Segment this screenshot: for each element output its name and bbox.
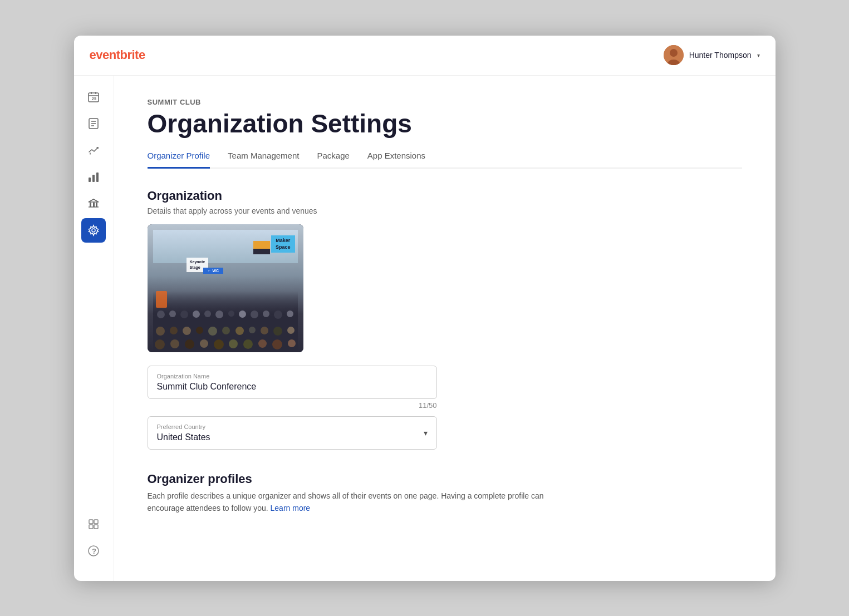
logo-text: eventbrite [90, 48, 145, 62]
logo: eventbrite [90, 48, 145, 62]
sidebar-item-help[interactable]: ? [81, 539, 106, 563]
char-count: 11/50 [148, 401, 437, 410]
tab-organizer-profile[interactable]: Organizer Profile [148, 151, 210, 169]
org-name-value: Summit Club Conference [157, 382, 257, 391]
svg-text:25: 25 [92, 97, 96, 101]
profiles-section: Organizer profiles Each profile describe… [148, 472, 742, 515]
svg-rect-21 [89, 520, 93, 524]
page-title: Organization Settings [148, 110, 742, 138]
section-title-organization: Organization [148, 189, 742, 203]
sidebar-item-settings[interactable] [81, 218, 106, 243]
svg-text:?: ? [92, 547, 96, 555]
tab-package[interactable]: Package [317, 151, 349, 169]
svg-rect-22 [94, 520, 98, 524]
organization-section: Organization Details that apply across y… [148, 189, 742, 450]
sidebar-item-analytics[interactable] [81, 165, 106, 189]
svg-rect-18 [96, 203, 97, 207]
chevron-down-icon: ▾ [757, 52, 760, 58]
svg-rect-13 [92, 175, 95, 182]
sidebar-item-marketing[interactable] [81, 138, 106, 162]
profiles-description: Each profile describes a unique organize… [148, 490, 571, 515]
sidebar-item-finance[interactable] [81, 191, 106, 216]
country-label: Preferred Country [157, 423, 210, 430]
organization-image: MakerSpace KeynoteStage ← WC [148, 224, 303, 352]
sidebar-item-orders[interactable] [81, 111, 106, 136]
user-name: Hunter Thompson [689, 51, 752, 60]
org-name-label: Organization Name [157, 373, 428, 380]
learn-more-link[interactable]: Learn more [271, 504, 311, 512]
svg-rect-14 [96, 173, 99, 182]
user-menu[interactable]: Hunter Thompson ▾ [664, 45, 760, 65]
tab-team-management[interactable]: Team Management [228, 151, 299, 169]
section-description: Details that apply across your events an… [148, 206, 742, 215]
svg-rect-23 [89, 525, 93, 529]
sidebar: 25 [74, 76, 114, 581]
org-name-field[interactable]: Organization Name Summit Club Conference [148, 366, 437, 399]
topbar: eventbrite Hunter Thompson ▾ [74, 36, 776, 76]
sidebar-item-apps[interactable] [81, 512, 106, 536]
tabs: Organizer Profile Team Management Packag… [148, 151, 742, 169]
country-value: United States [157, 432, 210, 442]
svg-rect-24 [94, 525, 98, 529]
content-area: SUMMIT CLUB Organization Settings Organi… [114, 76, 776, 581]
svg-rect-16 [90, 203, 91, 207]
svg-point-20 [92, 229, 95, 232]
avatar [664, 45, 684, 65]
profiles-section-title: Organizer profiles [148, 472, 742, 486]
sidebar-item-calendar[interactable]: 25 [81, 85, 106, 109]
tab-app-extensions[interactable]: App Extensions [367, 151, 425, 169]
svg-rect-12 [89, 178, 91, 182]
svg-rect-17 [93, 203, 95, 207]
sidebar-bottom: ? [81, 512, 106, 572]
org-label: SUMMIT CLUB [148, 98, 742, 106]
country-field[interactable]: Preferred Country United States ▾ [148, 416, 437, 450]
svg-point-1 [670, 49, 678, 57]
main-layout: 25 [74, 76, 776, 581]
country-dropdown-icon: ▾ [424, 428, 428, 437]
